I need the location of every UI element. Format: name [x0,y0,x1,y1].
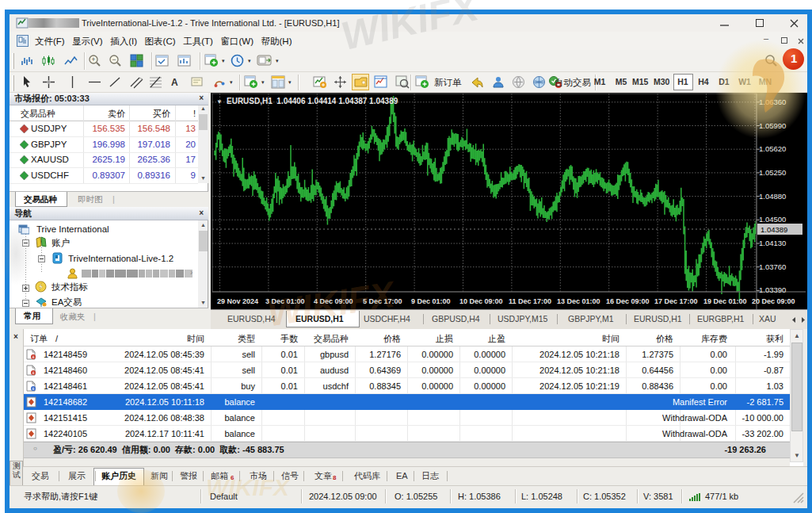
svg-text:3 Dec 01:00: 3 Dec 01:00 [265,297,305,305]
svg-text:+: + [91,56,95,63]
svg-text:17 Dec 17:00: 17 Dec 17:00 [654,297,698,305]
svg-text:10 Dec 09:00: 10 Dec 09:00 [459,297,503,305]
svg-text:29 Nov 2024: 29 Nov 2024 [217,297,258,305]
svg-text:16 Dec 09:00: 16 Dec 09:00 [606,297,650,305]
svg-text:1.06360: 1.06360 [759,98,786,106]
svg-text:9 Dec 01:00: 9 Dec 01:00 [411,297,451,305]
svg-text:4 Dec 09:00: 4 Dec 09:00 [314,297,353,305]
svg-text:20 Dec 09:00: 20 Dec 09:00 [752,297,795,305]
svg-text:1.05620: 1.05620 [759,144,786,153]
svg-text:1.04389: 1.04389 [761,225,787,234]
svg-text:1.03760: 1.03760 [759,262,786,271]
svg-text:13 Dec 01:00: 13 Dec 01:00 [557,297,600,305]
svg-text:19 Dec 01:00: 19 Dec 01:00 [703,297,747,305]
svg-text:1.05990: 1.05990 [759,121,786,130]
svg-text:−: − [112,56,116,63]
svg-text:▼: ▼ [216,98,223,105]
svg-text:1.05250: 1.05250 [759,168,786,177]
svg-text:11 Dec 17:00: 11 Dec 17:00 [509,297,551,305]
svg-text:1.03390: 1.03390 [759,285,786,294]
svg-text:1.04880: 1.04880 [759,192,786,201]
svg-text:1.04500: 1.04500 [759,215,786,224]
svg-text:5 Dec 17:00: 5 Dec 17:00 [363,297,402,305]
svg-text:EURUSD,H1 1.04406 1.04414 1.0: EURUSD,H1 1.04406 1.04414 1.04387 1.0438… [227,97,398,105]
svg-text:1.04130: 1.04130 [759,239,786,247]
